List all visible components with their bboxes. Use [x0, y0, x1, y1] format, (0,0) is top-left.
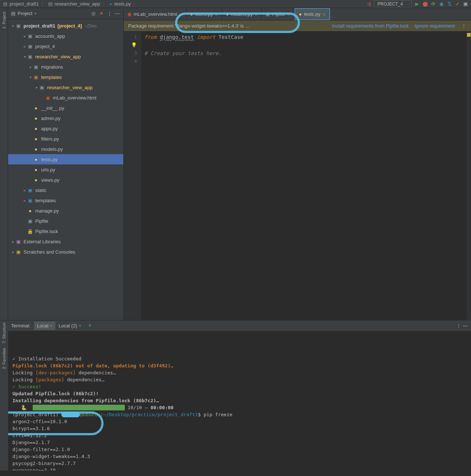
debug-icon[interactable]: ⬤ — [423, 1, 428, 7]
terminal-line: django-widget-tweaks==1.4.3 — [12, 453, 467, 460]
run-coverage-icon[interactable]: ⟳ — [431, 1, 436, 7]
arrow-icon[interactable]: ▾ — [23, 55, 26, 59]
arrow-icon[interactable]: ▸ — [29, 65, 32, 69]
terminal-tab[interactable]: Local × — [34, 321, 56, 330]
arrow-icon[interactable]: ▸ — [11, 240, 15, 244]
tree-item[interactable]: ● __init__.py — [8, 103, 123, 113]
options-icon[interactable]: ⋮ — [461, 23, 467, 29]
code-line[interactable] — [144, 41, 464, 49]
tree-item-label: __init__.py — [41, 105, 64, 111]
tree-item[interactable]: ● models.py — [8, 144, 123, 154]
target-icon[interactable]: ◎ — [90, 11, 96, 17]
chevron-down-icon[interactable]: ▾ — [11, 24, 15, 28]
arrow-icon[interactable]: ▸ — [23, 34, 26, 38]
editor-tab[interactable]: ●filters.py × — [186, 8, 222, 20]
terminal-tab[interactable]: Local (2) × — [55, 321, 84, 330]
warning-marker[interactable] — [467, 33, 471, 37]
rail-structure[interactable]: 7: Structure — [2, 320, 6, 346]
close-icon[interactable]: × — [323, 11, 326, 17]
search-icon[interactable]: ▣ — [463, 1, 468, 7]
options-icon[interactable]: ⋮ — [456, 323, 461, 329]
code-content[interactable]: from django.test import TestCase # Creat… — [141, 32, 467, 320]
minimize-icon[interactable]: — — [462, 323, 468, 329]
tree-item[interactable]: ▸ ▣ templates — [8, 195, 123, 206]
code-line[interactable]: from django.test import TestCase — [144, 33, 464, 41]
tree-item-label: apps.py — [41, 126, 58, 131]
ignore-requirement-link[interactable]: Ignore requirement — [414, 23, 455, 29]
close-icon[interactable]: × — [79, 323, 81, 328]
tree-item[interactable]: ◉ mLab_overview.html — [8, 92, 123, 103]
tree-item[interactable]: ● apps.py — [8, 123, 123, 134]
tree-item[interactable]: ● filters.py — [8, 134, 123, 144]
close-icon[interactable]: × — [255, 11, 258, 17]
project-panel-title[interactable]: Project — [18, 11, 32, 16]
tree-item[interactable]: ● urls.py — [8, 164, 123, 175]
arrow-icon[interactable]: ▾ — [35, 86, 38, 90]
terminal-output[interactable]: ✓ Installation SucceededPipfile.lock (86… — [8, 331, 471, 470]
arrow-icon[interactable]: ▾ — [29, 75, 32, 79]
tree-item[interactable]: ▾ ▣ researcher_view_app — [8, 51, 123, 62]
rail-project[interactable]: 1: Project — [2, 10, 6, 31]
tree-item[interactable]: ▾ ▣ researcher_view_app — [8, 82, 123, 92]
breadcrumb-file[interactable]: tests.py — [115, 1, 131, 7]
tree-item[interactable]: ▸ ▣ static — [8, 185, 123, 195]
add-terminal-icon[interactable]: + — [85, 322, 95, 330]
python-icon: ● — [27, 208, 33, 214]
project-tree[interactable]: ▾ ▣ project_draft1 [project_4] ~/Des ▸ ▣… — [8, 19, 123, 320]
tree-item[interactable]: ▸ ▣ accounts_app — [8, 31, 123, 41]
tree-item[interactable]: ▾ ▣ templates — [8, 72, 123, 82]
close-icon[interactable]: × — [180, 11, 182, 17]
tree-item[interactable]: ▸ ▣ migrations — [8, 62, 123, 72]
tree-item[interactable]: ▸ ▣ Scratches and Consoles — [8, 247, 123, 257]
update-icon[interactable]: ⇅ — [447, 1, 452, 7]
tree-item[interactable]: ▣ Pipfile — [8, 216, 123, 226]
tree-item[interactable]: ● manage.py — [8, 206, 123, 216]
arrow-icon[interactable]: ▸ — [23, 199, 26, 203]
notification-message: Package requirement 'django-widget-tweak… — [128, 23, 326, 29]
collapse-icon[interactable]: ✷ — [98, 11, 104, 17]
terminal-line: Updated Pipfile.lock (86b7c2)! — [12, 390, 467, 397]
rail-favorites[interactable]: 2: Favorites — [2, 346, 6, 371]
run-config-select[interactable]: PROJECT_4 — [374, 0, 412, 8]
tree-item-label: static — [35, 188, 46, 193]
tree-item[interactable]: ▸ ▣ project_4 — [8, 41, 123, 51]
tree-item-label: Scratches and Consoles — [23, 249, 75, 255]
editor-tab[interactable]: ●tests.py × — [294, 8, 330, 20]
run-icon[interactable]: ▶ — [414, 1, 420, 7]
arrow-icon[interactable]: ▸ — [11, 250, 15, 254]
python-icon: ● — [33, 136, 39, 142]
tree-item[interactable]: 🔒 Pipfile.lock — [8, 226, 123, 236]
html-icon: ◉ — [45, 95, 51, 101]
commit-icon[interactable]: ✓ — [455, 1, 460, 7]
close-icon[interactable]: × — [215, 11, 218, 17]
tree-item[interactable]: ● tests.py — [8, 154, 123, 164]
project-panel: ▤ Project ▾ ◎ ✷ ⋮ — ▾ ▣ project_draft1 [… — [8, 8, 124, 320]
minimize-icon[interactable]: — — [115, 11, 120, 17]
tree-root-label: project_draft1 — [23, 23, 55, 29]
editor-tab[interactable]: ●models.py × — [222, 8, 262, 20]
options-icon[interactable]: ⋮ — [106, 11, 112, 17]
tab-label: filters.py — [195, 11, 213, 17]
code-line[interactable]: # Create your tests here. — [144, 49, 464, 57]
install-requirements-link[interactable]: Install requirements from Pipfile.lock — [332, 23, 409, 29]
editor-tab[interactable]: ◉mLab_overview.html × — [124, 8, 186, 20]
tree-item[interactable]: ▸ ▣ External Libraries — [8, 236, 123, 247]
breadcrumb-folder[interactable]: researcher_view_app — [55, 1, 100, 7]
breadcrumb-project[interactable]: project_draft1 — [10, 1, 39, 7]
code-line[interactable] — [144, 57, 464, 65]
arrow-icon[interactable]: ▸ — [23, 44, 26, 48]
tree-item[interactable]: ● views.py — [8, 175, 123, 185]
marker-strip[interactable] — [467, 32, 471, 320]
bulb-icon[interactable]: 💡 — [124, 41, 137, 49]
profile-icon[interactable]: ◉ — [439, 1, 444, 7]
tree-root[interactable]: ▾ ▣ project_draft1 [project_4] ~/Des — [8, 21, 123, 31]
breadcrumb[interactable]: ▤ project_draft1 〉 ▤ researcher_view_app… — [3, 1, 138, 7]
close-icon[interactable]: × — [287, 11, 290, 17]
editor-tab[interactable]: ▣Pipfile × — [262, 8, 294, 20]
arrow-icon[interactable]: ▸ — [23, 188, 26, 192]
chevron-down-icon[interactable]: ▾ — [35, 11, 36, 15]
close-icon[interactable]: × — [50, 323, 53, 328]
line-number: 3 — [124, 49, 137, 57]
code-editor[interactable]: 1💡34 from django.test import TestCase # … — [124, 32, 471, 320]
tree-item[interactable]: ● admin.py — [8, 113, 123, 123]
